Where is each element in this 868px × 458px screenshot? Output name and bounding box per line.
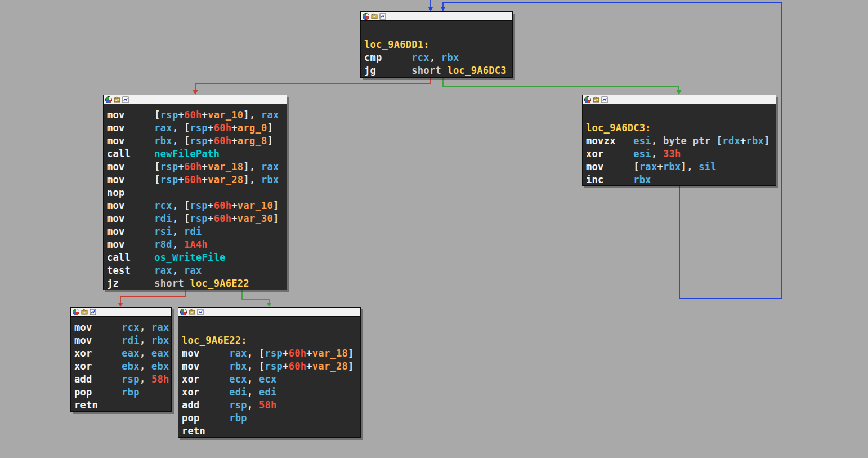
group-node-icon[interactable] (189, 309, 195, 315)
group-node-icon[interactable] (81, 309, 88, 315)
asm-line[interactable]: loc_9A6DC3: (586, 122, 772, 135)
asm-line[interactable] (586, 109, 772, 122)
asm-line[interactable]: mov rsi, rdi (107, 225, 283, 238)
disassembly-listing: loc_9A6DD1:cmp rcx, rbxjg short loc_9A6D… (361, 21, 512, 77)
node-titlebar[interactable] (71, 308, 171, 317)
asm-line[interactable]: pop rbp (74, 386, 168, 399)
graph-canvas[interactable]: loc_9A6DD1:cmp rcx, rbxjg short loc_9A6D… (0, 0, 868, 458)
asm-line[interactable]: retn (74, 399, 168, 412)
node-color-icon[interactable] (105, 96, 112, 103)
asm-line[interactable]: inc rbx (586, 174, 772, 186)
asm-line[interactable]: xor eax, eax (74, 347, 168, 360)
node-titlebar[interactable] (361, 12, 512, 21)
node-titlebar[interactable] (104, 95, 287, 104)
asm-line[interactable]: mov [rsp+60h+var_10], rax (107, 109, 283, 122)
asm-line[interactable]: call newFilePath (107, 148, 283, 161)
asm-line[interactable]: xor ebx, ebx (74, 360, 168, 373)
asm-line[interactable]: loc_9A6E22: (182, 334, 357, 347)
group-node-icon[interactable] (593, 96, 599, 103)
asm-line[interactable]: add rsp, 58h (74, 373, 168, 386)
disassembly-listing: loc_9A6DC3:movzx esi, byte ptr [rdx+rbx]… (583, 104, 776, 186)
graph-node[interactable]: loc_9A6DD1:cmp rcx, rbxjg short loc_9A6D… (360, 11, 513, 78)
asm-line[interactable]: mov rcx, [rsp+60h+var_10] (107, 199, 283, 212)
asm-line[interactable] (364, 25, 509, 38)
asm-line[interactable]: mov [rsp+60h+var_28], rbx (107, 174, 283, 186)
asm-line[interactable]: mov r8d, 1A4h (107, 238, 283, 251)
node-color-icon[interactable] (180, 309, 187, 315)
asm-line[interactable]: add rsp, 58h (182, 399, 357, 412)
node-color-icon[interactable] (363, 13, 369, 20)
asm-line[interactable]: movzx esi, byte ptr [rdx+rbx] (586, 135, 772, 148)
new-window-icon[interactable] (197, 309, 204, 315)
graph-node[interactable]: mov [rsp+60h+var_10], raxmov rax, [rsp+6… (103, 95, 287, 290)
disassembly-listing: mov [rsp+60h+var_10], raxmov rax, [rsp+6… (104, 104, 287, 290)
asm-line[interactable]: nop (107, 186, 283, 199)
asm-line[interactable]: call os_WriteFile (107, 251, 283, 264)
asm-line[interactable]: jg short loc_9A6DC3 (364, 64, 509, 77)
asm-line[interactable]: xor edi, edi (182, 386, 357, 399)
graph-node[interactable]: mov rcx, raxmov rdi, rbxxor eax, eaxxor … (70, 307, 172, 412)
asm-line[interactable]: mov rax, [rsp+60h+var_18] (182, 347, 357, 360)
new-window-icon[interactable] (601, 96, 608, 103)
graph-node[interactable]: loc_9A6DC3:movzx esi, byte ptr [rdx+rbx]… (582, 95, 776, 186)
asm-line[interactable]: pop rbp (182, 412, 357, 425)
asm-line[interactable]: mov rdi, rbx (74, 334, 168, 347)
asm-line[interactable]: mov rbx, [rsp+60h+arg_8] (107, 135, 283, 148)
asm-line[interactable] (182, 321, 357, 334)
node-color-icon[interactable] (73, 309, 79, 315)
group-node-icon[interactable] (114, 96, 120, 103)
node-color-icon[interactable] (584, 96, 591, 103)
asm-line[interactable]: mov rcx, rax (74, 321, 168, 334)
disassembly-listing: loc_9A6E22:mov rax, [rsp+60h+var_18]mov … (178, 317, 360, 438)
asm-line[interactable]: retn (182, 425, 357, 438)
asm-line[interactable]: mov rdi, [rsp+60h+var_30] (107, 212, 283, 225)
node-titlebar[interactable] (178, 308, 360, 317)
graph-node[interactable]: loc_9A6E22:mov rax, [rsp+60h+var_18]mov … (178, 307, 361, 438)
node-titlebar[interactable] (583, 95, 776, 104)
asm-line[interactable]: mov [rsp+60h+var_18], rax (107, 161, 283, 174)
group-node-icon[interactable] (371, 13, 378, 20)
asm-line[interactable]: mov rbx, [rsp+60h+var_28] (182, 360, 357, 373)
disassembly-listing: mov rcx, raxmov rdi, rbxxor eax, eaxxor … (71, 317, 171, 412)
new-window-icon[interactable] (379, 13, 386, 20)
asm-line[interactable]: xor esi, 33h (586, 148, 772, 161)
asm-line[interactable]: mov [rax+rbx], sil (586, 161, 772, 174)
asm-line[interactable]: jz short loc_9A6E22 (107, 277, 283, 290)
asm-line[interactable]: mov rax, [rsp+60h+arg_0] (107, 122, 283, 135)
asm-line[interactable]: xor ecx, ecx (182, 373, 357, 386)
asm-line[interactable]: cmp rcx, rbx (364, 51, 509, 64)
new-window-icon[interactable] (90, 309, 96, 315)
new-window-icon[interactable] (122, 96, 129, 103)
asm-line[interactable]: test rax, rax (107, 264, 283, 277)
asm-line[interactable]: loc_9A6DD1: (364, 38, 509, 51)
